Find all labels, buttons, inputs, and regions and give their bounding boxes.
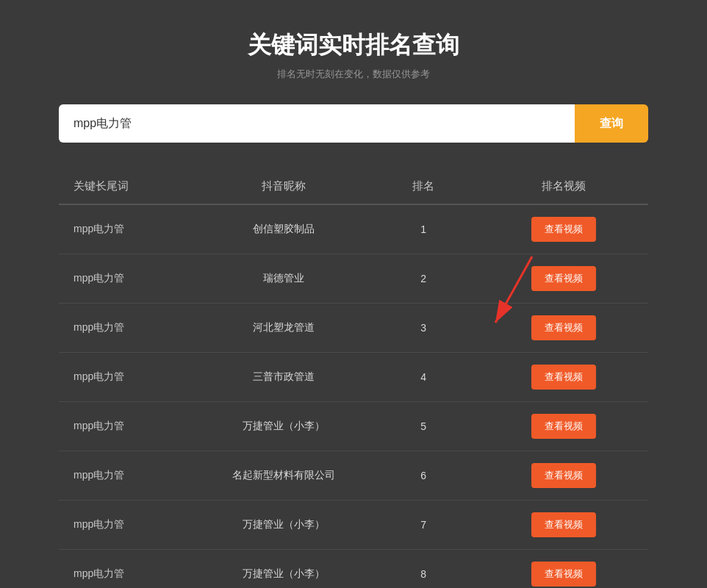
page-subtitle: 排名无时无刻在变化，数据仅供参考 [59, 68, 648, 81]
view-video-button[interactable]: 查看视频 [531, 365, 596, 390]
cell-nickname: 瑞德管业 [214, 272, 354, 285]
cell-keyword: mpp电力管 [73, 370, 214, 384]
cell-rank: 5 [354, 420, 494, 432]
cell-rank: 7 [354, 519, 494, 531]
view-video-button[interactable]: 查看视频 [531, 512, 596, 537]
view-video-button[interactable]: 查看视频 [531, 463, 596, 488]
cell-video-btn: 查看视频 [494, 365, 634, 390]
cell-nickname: 创信塑胶制品 [214, 223, 354, 236]
rows-wrapper: mpp电力管 创信塑胶制品 1 查看视频 mpp电力管 瑞德管业 2 查看视频 … [59, 205, 648, 588]
cell-video-btn: 查看视频 [494, 512, 634, 537]
cell-rank: 8 [354, 568, 494, 580]
table-row: mpp电力管 名起新型材料有限公司 6 查看视频 [59, 451, 648, 501]
cell-nickname: 河北塑龙管道 [214, 321, 354, 334]
cell-rank: 2 [354, 273, 494, 284]
header-keyword: 关键长尾词 [73, 179, 214, 193]
cell-keyword: mpp电力管 [73, 469, 214, 482]
page-container: 关键词实时排名查询 排名无时无刻在变化，数据仅供参考 查询 关键长尾词 抖音昵称… [0, 0, 707, 588]
view-video-button[interactable]: 查看视频 [531, 414, 596, 439]
header-rank: 排名 [354, 179, 494, 193]
cell-keyword: mpp电力管 [73, 272, 214, 285]
cell-video-btn: 查看视频 [494, 217, 634, 242]
view-video-button[interactable]: 查看视频 [531, 315, 596, 340]
table-row: mpp电力管 河北塑龙管道 3 查看视频 [59, 304, 648, 353]
search-bar: 查询 [59, 104, 648, 143]
cell-rank: 1 [354, 223, 494, 235]
cell-keyword: mpp电力管 [73, 518, 214, 531]
table-row: mpp电力管 三普市政管道 4 查看视频 [59, 353, 648, 402]
table-container: 关键长尾词 抖音昵称 排名 排名视频 mpp电力管 创信塑胶制品 1 查看 [59, 169, 648, 588]
search-button[interactable]: 查询 [575, 104, 648, 143]
cell-nickname: 三普市政管道 [214, 370, 354, 384]
cell-nickname: 名起新型材料有限公司 [214, 469, 354, 482]
header-nickname: 抖音昵称 [214, 179, 354, 193]
cell-video-btn: 查看视频 [494, 414, 634, 439]
cell-rank: 6 [354, 470, 494, 481]
table-row: mpp电力管 瑞德管业 2 查看视频 [59, 254, 648, 304]
header-video: 排名视频 [494, 179, 634, 193]
page-title: 关键词实时排名查询 [59, 29, 648, 62]
cell-video-btn: 查看视频 [494, 266, 634, 291]
cell-keyword: mpp电力管 [73, 223, 214, 236]
cell-keyword: mpp电力管 [73, 420, 214, 433]
view-video-button[interactable]: 查看视频 [531, 217, 596, 242]
cell-nickname: 万捷管业（小李） [214, 518, 354, 531]
cell-nickname: 万捷管业（小李） [214, 420, 354, 433]
search-input[interactable] [59, 104, 575, 143]
table-row: mpp电力管 万捷管业（小李） 5 查看视频 [59, 402, 648, 451]
cell-video-btn: 查看视频 [494, 315, 634, 340]
table-header: 关键长尾词 抖音昵称 排名 排名视频 [59, 169, 648, 205]
cell-video-btn: 查看视频 [494, 562, 634, 587]
table-row: mpp电力管 万捷管业（小李） 7 查看视频 [59, 501, 648, 550]
cell-rank: 4 [354, 371, 494, 383]
table-row: mpp电力管 创信塑胶制品 1 查看视频 [59, 205, 648, 254]
cell-video-btn: 查看视频 [494, 463, 634, 488]
cell-keyword: mpp电力管 [73, 567, 214, 581]
cell-nickname: 万捷管业（小李） [214, 567, 354, 581]
view-video-button[interactable]: 查看视频 [531, 562, 596, 587]
view-video-button[interactable]: 查看视频 [531, 266, 596, 291]
table-row: mpp电力管 万捷管业（小李） 8 查看视频 [59, 550, 648, 588]
cell-rank: 3 [354, 322, 494, 334]
cell-keyword: mpp电力管 [73, 321, 214, 334]
